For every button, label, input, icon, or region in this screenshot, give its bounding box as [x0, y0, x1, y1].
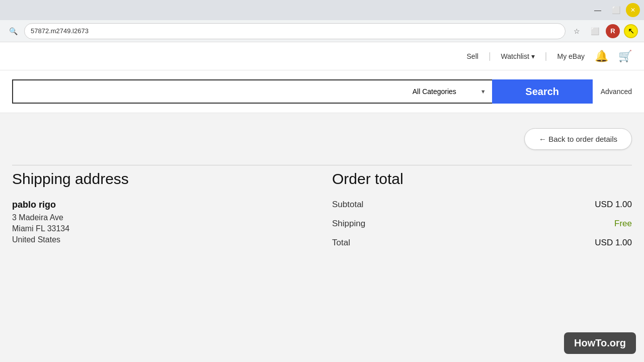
- order-total-col: Order total Subtotal USD 1.00 Shipping F…: [332, 170, 632, 257]
- order-details-section: Shipping address pablo rigo 3 Madeira Av…: [12, 165, 632, 257]
- categories-wrapper: All Categories Electronics Fashion Colle…: [407, 79, 492, 104]
- shipping-label: Shipping: [332, 219, 365, 229]
- maximize-button[interactable]: ⬜: [608, 2, 624, 18]
- shipping-value: Free: [614, 219, 632, 229]
- extensions-icon[interactable]: ⬜: [588, 24, 602, 38]
- search-input[interactable]: [12, 79, 407, 104]
- shipping-row: Shipping Free: [332, 219, 632, 229]
- total-value: USD 1.00: [595, 238, 632, 248]
- profile-button[interactable]: R: [606, 24, 620, 38]
- profile-initial: R: [610, 27, 615, 35]
- nav-divider-2: |: [545, 51, 547, 61]
- cursor-indicator: ↖: [624, 24, 638, 38]
- close-button[interactable]: ✕: [626, 3, 640, 17]
- minimize-button[interactable]: —: [590, 2, 606, 18]
- cart-icon[interactable]: 🛒: [618, 50, 632, 63]
- shipping-address-col: Shipping address pablo rigo 3 Madeira Av…: [12, 170, 312, 257]
- shipping-name: pablo rigo: [12, 200, 312, 210]
- shipping-line1: 3 Madeira Ave: [12, 213, 312, 222]
- total-label: Total: [332, 238, 350, 248]
- url-field[interactable]: 57872.m2749.l2673: [24, 23, 566, 39]
- search-bar: All Categories Electronics Fashion Colle…: [0, 70, 644, 113]
- search-button[interactable]: Search: [492, 79, 593, 104]
- myebay-label: My eBay: [557, 52, 585, 60]
- title-bar: — ⬜ ✕: [0, 0, 644, 20]
- back-to-order-button[interactable]: ← Back to order details: [524, 128, 632, 150]
- address-bar: 🔍 57872.m2749.l2673 ☆ ⬜ R ↖: [0, 20, 644, 42]
- categories-select[interactable]: All Categories Electronics Fashion Colle…: [407, 79, 492, 104]
- shipping-line3: United States: [12, 235, 312, 244]
- shipping-line2: Miami FL 33134: [12, 224, 312, 233]
- myebay-nav-item[interactable]: My eBay: [557, 52, 585, 60]
- subtotal-label: Subtotal: [332, 200, 363, 210]
- howto-text: HowTo.org: [574, 337, 626, 348]
- url-text: 57872.m2749.l2673: [31, 27, 89, 35]
- ebay-navbar: Sell | Watchlist ▾ | My eBay 🔔 🛒: [0, 42, 644, 70]
- advanced-label: Advanced: [601, 87, 632, 96]
- back-button-row: ← Back to order details: [12, 128, 632, 150]
- shipping-address-title: Shipping address: [12, 170, 312, 188]
- search-icon[interactable]: 🔍: [6, 24, 20, 38]
- howto-watermark: HowTo.org: [564, 332, 636, 354]
- sell-label: Sell: [467, 52, 478, 60]
- bell-icon[interactable]: 🔔: [595, 50, 608, 63]
- content-area: ← Back to order details Shipping address…: [0, 113, 644, 362]
- bookmark-icon[interactable]: ☆: [570, 24, 584, 38]
- order-total-title: Order total: [332, 170, 632, 188]
- watchlist-arrow: ▾: [531, 52, 535, 60]
- advanced-link[interactable]: Advanced: [601, 87, 632, 96]
- search-button-label: Search: [525, 86, 559, 97]
- total-row: Total USD 1.00: [332, 238, 632, 248]
- subtotal-value: USD 1.00: [595, 200, 632, 210]
- watchlist-nav-item[interactable]: Watchlist ▾: [501, 52, 535, 60]
- back-button-label: ← Back to order details: [539, 135, 617, 143]
- watchlist-label: Watchlist: [501, 52, 529, 60]
- nav-divider-1: |: [489, 51, 491, 61]
- sell-nav-item[interactable]: Sell: [467, 52, 478, 60]
- subtotal-row: Subtotal USD 1.00: [332, 200, 632, 210]
